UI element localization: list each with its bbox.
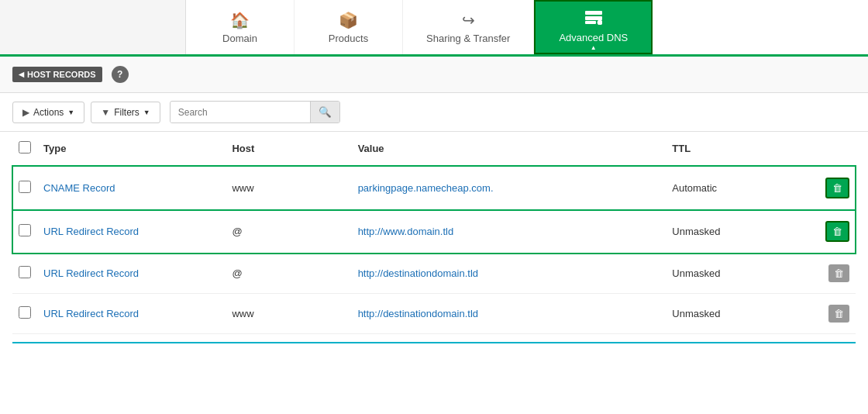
table-container: Type Host Value TTL CNAME Recordwwwparki… [0, 132, 868, 343]
row-checkbox-3[interactable] [19, 306, 31, 319]
actions-label: Actions [33, 107, 64, 118]
host-records-badge: HOST RECORDS [12, 67, 102, 82]
svg-point-3 [598, 20, 602, 25]
host-records-label: HOST RECORDS [27, 70, 96, 79]
search-wrapper: 🔍 [170, 101, 340, 123]
header-host: Host [226, 132, 351, 166]
play-icon: ▶ [22, 107, 29, 118]
filters-caret: ▼ [143, 109, 150, 116]
header-checkbox [12, 132, 37, 166]
row-host: @ [226, 210, 351, 254]
row-host: @ [226, 254, 351, 294]
delete-button[interactable]: 🗑 [825, 178, 849, 198]
row-value: http://destinationdomain.tld [352, 294, 666, 334]
row-action: 🗑 [817, 210, 856, 254]
toolbar: ▶ Actions ▼ ▼ Filters ▼ 🔍 [0, 93, 868, 132]
table-row: CNAME Recordwwwparkingpage.namecheap.com… [12, 166, 856, 210]
row-type: URL Redirect Record [37, 294, 226, 334]
row-host: www [226, 294, 351, 334]
header-type: Type [37, 132, 226, 166]
row-action: 🗑 [817, 254, 856, 294]
tab-advanced-dns[interactable]: Advanced DNS [534, 0, 653, 54]
row-value: parkingpage.namecheap.com. [352, 166, 666, 210]
bottom-border [12, 342, 856, 343]
tab-products-label: Products [329, 33, 368, 44]
row-type: URL Redirect Record [37, 254, 226, 294]
table-row: URL Redirect Record@http://destinationdo… [12, 254, 856, 294]
row-checkbox-1[interactable] [19, 224, 31, 236]
search-button[interactable]: 🔍 [310, 102, 339, 122]
row-value: http://destinationdomain.tld [352, 254, 666, 294]
row-action: 🗑 [817, 166, 856, 210]
actions-button[interactable]: ▶ Actions ▼ [12, 102, 84, 123]
filter-icon: ▼ [101, 107, 110, 118]
row-type: CNAME Record [37, 166, 226, 210]
nav-tabs: 🏠 Domain 📦 Products ↪ Sharing & Transfer… [186, 0, 868, 54]
row-ttl: Automatic [666, 166, 817, 210]
header-actions [817, 132, 856, 166]
advanced-dns-icon [585, 11, 602, 29]
delete-button[interactable]: 🗑 [825, 221, 849, 242]
svg-rect-2 [585, 21, 596, 24]
top-navigation: 🏠 Domain 📦 Products ↪ Sharing & Transfer… [0, 0, 868, 57]
row-action: 🗑 [817, 294, 856, 334]
delete-button[interactable]: 🗑 [828, 264, 849, 282]
row-checkbox-0[interactable] [19, 181, 31, 193]
domain-icon: 🏠 [230, 11, 250, 29]
row-ttl: Unmasked [666, 294, 817, 334]
row-checkbox-2[interactable] [19, 266, 31, 278]
delete-button[interactable]: 🗑 [828, 305, 849, 323]
table-header-row: Type Host Value TTL [12, 132, 856, 166]
header-ttl: TTL [666, 132, 817, 166]
row-ttl: Unmasked [666, 254, 817, 294]
row-ttl: Unmasked [666, 210, 817, 254]
select-all-checkbox[interactable] [19, 141, 31, 154]
table-row: URL Redirect Recordwwwhttp://destination… [12, 294, 856, 334]
products-icon: 📦 [339, 11, 358, 29]
svg-rect-1 [585, 16, 602, 20]
row-host: www [226, 166, 351, 210]
tab-products[interactable]: 📦 Products [294, 0, 403, 54]
header-value: Value [352, 132, 666, 166]
row-value: http://www.domain.tld [352, 210, 666, 254]
table-row: URL Redirect Record@http://www.domain.tl… [12, 210, 856, 254]
tab-domain-label: Domain [222, 33, 257, 44]
actions-caret: ▼ [67, 109, 74, 116]
nav-spacer [0, 0, 186, 54]
tab-sharing[interactable]: ↪ Sharing & Transfer [403, 0, 534, 54]
svg-rect-0 [585, 11, 602, 15]
help-icon[interactable]: ? [112, 66, 129, 83]
filters-button[interactable]: ▼ Filters ▼ [91, 102, 160, 123]
sharing-icon: ↪ [462, 11, 475, 29]
tab-domain[interactable]: 🏠 Domain [186, 0, 294, 54]
records-table: Type Host Value TTL CNAME Recordwwwparki… [12, 132, 856, 334]
section-header: HOST RECORDS ? [0, 57, 868, 93]
search-input[interactable] [170, 102, 310, 122]
filters-label: Filters [114, 107, 140, 118]
tab-sharing-label: Sharing & Transfer [426, 33, 510, 44]
row-type: URL Redirect Record [37, 210, 226, 254]
tab-advanced-dns-label: Advanced DNS [559, 32, 628, 43]
